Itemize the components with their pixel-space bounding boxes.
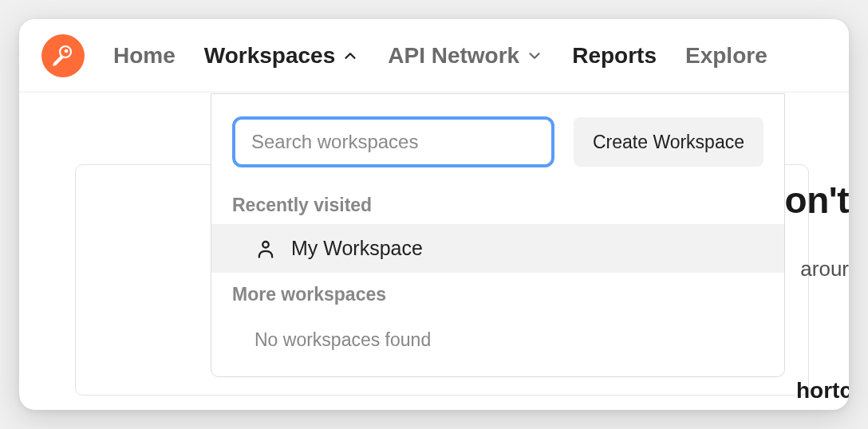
background-title-fragment: on't	[785, 179, 849, 222]
create-workspace-button[interactable]: Create Workspace	[574, 117, 763, 167]
dropdown-header: Create Workspace	[211, 94, 784, 183]
workspace-item-my-workspace[interactable]: My Workspace	[211, 224, 784, 273]
workspaces-dropdown: Create Workspace Recently visited My Wor…	[211, 93, 785, 377]
search-workspaces-input[interactable]	[232, 116, 554, 167]
nav-reports[interactable]: Reports	[572, 43, 657, 69]
top-navigation: Home Workspaces API Network Reports Expl…	[19, 19, 849, 92]
chevron-up-icon	[341, 47, 359, 65]
nav-home[interactable]: Home	[113, 43, 176, 69]
nav-workspaces-label: Workspaces	[204, 43, 335, 69]
app-window: Home Workspaces API Network Reports Expl…	[19, 19, 849, 410]
more-workspaces-label: More workspaces	[211, 273, 784, 313]
background-shortcut-fragment: hortc	[796, 378, 849, 403]
nav-reports-label: Reports	[572, 43, 657, 69]
nav-api-network[interactable]: API Network	[388, 43, 543, 69]
nav-workspaces[interactable]: Workspaces	[204, 43, 359, 69]
no-workspaces-text: No workspaces found	[211, 313, 784, 360]
workspace-item-label: My Workspace	[291, 237, 423, 260]
svg-point-2	[262, 242, 268, 247]
nav-api-network-label: API Network	[388, 43, 519, 69]
recently-visited-label: Recently visited	[211, 183, 784, 224]
background-subtitle-fragment: arour	[800, 257, 849, 281]
nav-home-label: Home	[113, 43, 176, 69]
person-icon	[254, 238, 277, 260]
nav-explore-label: Explore	[685, 43, 767, 69]
app-logo[interactable]	[41, 34, 85, 77]
postman-icon	[50, 43, 76, 69]
chevron-down-icon	[526, 47, 543, 65]
svg-point-1	[65, 49, 69, 53]
nav-explore[interactable]: Explore	[685, 43, 767, 69]
